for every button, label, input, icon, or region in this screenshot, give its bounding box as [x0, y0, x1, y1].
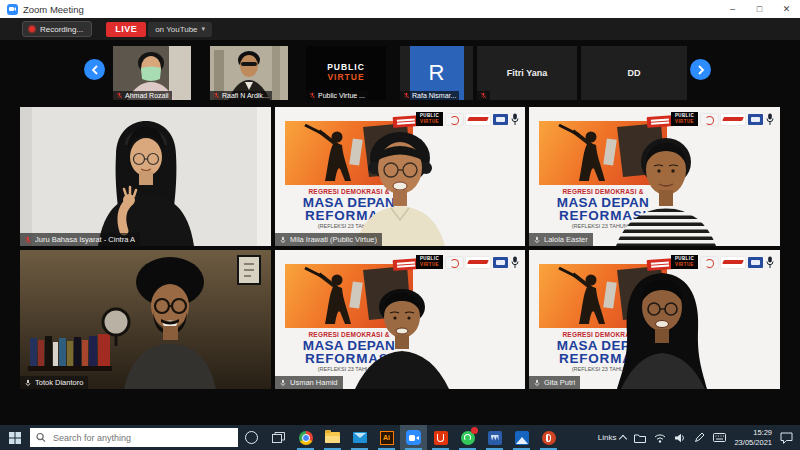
- adobe-app-icon: [434, 431, 448, 445]
- mic-off-icon: [116, 92, 123, 99]
- participant-nameplate: Mila Irawati (Public Virtue): [275, 233, 382, 246]
- taskbar-whatsapp[interactable]: [454, 425, 481, 450]
- partner-logos: PUBLICVIRTUE: [416, 255, 519, 269]
- chevron-right-icon: [697, 65, 705, 75]
- partner-logo-icon: [748, 257, 763, 268]
- thumbnail-nameplate: [477, 91, 490, 100]
- zoom-meeting-body: Ahmad Rozali Raafi N Ardik...: [0, 40, 800, 425]
- window-title: Zoom Meeting: [23, 4, 84, 15]
- thumbnail-name: DD: [581, 46, 687, 100]
- meeting-status-bar: Recording... LIVE on YouTube ▾: [0, 18, 800, 40]
- keyboard-icon[interactable]: [713, 433, 726, 442]
- search-input[interactable]: [51, 432, 232, 444]
- clock-time: 15:29: [753, 428, 772, 437]
- cortana-icon: [245, 431, 258, 444]
- thumbnail-nameplate: Public Virtue ...: [306, 91, 368, 100]
- taskbar-word[interactable]: [481, 425, 508, 450]
- public-virtue-logo: PUBLICVIRTUE: [416, 255, 443, 269]
- start-button[interactable]: [0, 425, 30, 450]
- partner-logo-icon: [446, 114, 463, 125]
- mic-logo-icon: [511, 113, 519, 126]
- taskbar-mail[interactable]: [346, 425, 373, 450]
- thumbnail-raafi[interactable]: Raafi N Ardik...: [210, 46, 288, 100]
- thumbnail-rafa[interactable]: R Rafa Nismar...: [400, 46, 473, 100]
- video-tile-usman[interactable]: REGRESI DEMOKRASI & MASA DEPAN REFORMASI…: [275, 250, 525, 389]
- tray-folder-icon[interactable]: [634, 433, 646, 443]
- mic-off-icon: [480, 92, 487, 99]
- close-button[interactable]: ✕: [773, 0, 800, 18]
- partner-logo-icon: [721, 257, 745, 268]
- public-virtue-logo: PUBLICVIRTUE: [416, 112, 443, 126]
- video-tile-lalola[interactable]: REGRESI DEMOKRASI & MASA DEPAN REFORMASI…: [529, 107, 780, 246]
- partner-logo-icon: [701, 257, 718, 268]
- taskbar-clock[interactable]: 15:29 23/05/2021: [734, 428, 772, 447]
- video-feed: [20, 250, 271, 389]
- maximize-button[interactable]: □: [746, 0, 773, 18]
- cortana-button[interactable]: [238, 425, 265, 450]
- mic-off-icon: [403, 92, 410, 99]
- participant-avatar: [327, 283, 477, 389]
- video-tile-interpreter[interactable]: Juru Bahasa Isyarat - Cintra A: [20, 107, 271, 246]
- taskbar-illustrator[interactable]: Ai: [373, 425, 400, 450]
- live-badge: LIVE: [106, 22, 146, 37]
- participant-name: Juru Bahasa Isyarat - Cintra A: [35, 235, 135, 244]
- mic-icon: [533, 236, 541, 244]
- mic-logo-icon: [766, 113, 774, 126]
- taskbar-file-explorer[interactable]: [319, 425, 346, 450]
- participant-name: Totok Diantoro: [35, 378, 83, 387]
- file-explorer-icon: [325, 432, 340, 443]
- taskbar-powerpoint[interactable]: [535, 425, 562, 450]
- mic-logo-icon: [766, 256, 774, 269]
- filmstrip-next-button[interactable]: [690, 59, 711, 80]
- taskbar-chrome[interactable]: [292, 425, 319, 450]
- thumbnail-ahmad-rozali[interactable]: Ahmad Rozali: [113, 46, 191, 100]
- partner-logo-icon: [701, 114, 718, 125]
- network-icon[interactable]: [654, 433, 666, 443]
- filmstrip-prev-button[interactable]: [84, 59, 105, 80]
- thumbnail-name: Fitri Yana: [477, 46, 577, 100]
- mic-icon: [279, 379, 287, 387]
- participant-name: Lalola Easter: [544, 235, 588, 244]
- mic-icon: [279, 236, 287, 244]
- taskbar-search[interactable]: [30, 428, 238, 447]
- mic-off-icon: [213, 92, 220, 99]
- chevron-up-icon: [619, 434, 627, 442]
- mic-off-icon: [24, 236, 32, 244]
- pen-icon[interactable]: [694, 432, 705, 443]
- recording-indicator[interactable]: Recording...: [22, 21, 92, 37]
- mail-icon: [353, 432, 367, 443]
- mic-logo-icon: [511, 256, 519, 269]
- volume-icon[interactable]: [674, 433, 686, 443]
- taskbar-adobe-app[interactable]: [427, 425, 454, 450]
- live-target-dropdown[interactable]: on YouTube ▾: [148, 22, 212, 37]
- taskbar-zoom-active[interactable]: [400, 425, 427, 450]
- zoom-icon: [406, 430, 421, 445]
- video-tile-gita[interactable]: REGRESI DEMOKRASI & MASA DEPAN REFORMASI…: [529, 250, 780, 389]
- chevron-left-icon: [91, 65, 99, 75]
- recording-dot-icon: [29, 26, 35, 32]
- taskbar-photos[interactable]: [508, 425, 535, 450]
- links-label: Links: [598, 433, 617, 442]
- video-tile-totok[interactable]: Totok Diantoro: [20, 250, 271, 389]
- action-center-icon[interactable]: [780, 432, 793, 444]
- video-tile-mila[interactable]: REGRESI DEMOKRASI & MASA DEPAN REFORMASI…: [275, 107, 525, 246]
- thumbnail-fitri-yana[interactable]: Fitri Yana: [477, 46, 577, 100]
- notification-badge: [471, 427, 478, 434]
- illustrator-icon: Ai: [380, 431, 394, 445]
- minimize-button[interactable]: –: [719, 0, 746, 18]
- partner-logo-icon: [466, 114, 490, 125]
- mic-icon: [24, 379, 32, 387]
- thumbnail-name: Public Virtue ...: [318, 92, 365, 99]
- partner-logo-icon: [466, 257, 490, 268]
- thumbnail-name: Rafa Nismar...: [412, 92, 456, 99]
- thumbnail-dd[interactable]: DD: [581, 46, 687, 100]
- links-toolbar[interactable]: Links: [598, 433, 627, 442]
- search-icon: [36, 432, 46, 443]
- task-view-button[interactable]: [265, 425, 292, 450]
- window-titlebar: Zoom Meeting – □ ✕: [0, 0, 800, 18]
- thumbnail-public-virtue[interactable]: PUBLIC VIRTUE Public Virtue ...: [306, 46, 386, 100]
- partner-logo-icon: [493, 257, 508, 268]
- window-controls: – □ ✕: [719, 0, 800, 18]
- mic-off-icon: [309, 92, 316, 99]
- zoom-app-icon: [7, 4, 18, 15]
